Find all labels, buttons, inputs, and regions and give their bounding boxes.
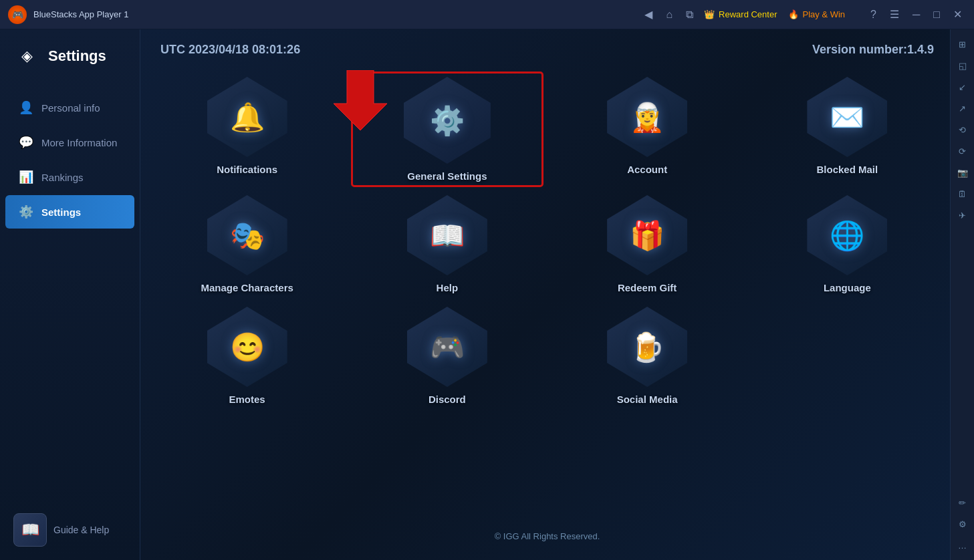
grid-item-account[interactable]: 🧝 Account (561, 77, 734, 182)
close-button[interactable]: ✕ (949, 7, 966, 22)
minimize-button[interactable]: ─ (908, 7, 924, 22)
grid-item-discord[interactable]: 🎮 Discord (360, 307, 533, 405)
notifications-diamond: 🔔 (207, 77, 287, 157)
discord-icon: 🎮 (430, 331, 465, 364)
help-icon: 📖 (430, 219, 465, 252)
grid-empty-cell (761, 307, 934, 405)
app-title: BlueStacks App Player 1 (33, 9, 634, 19)
manage-characters-diamond: 🎭 (207, 195, 287, 275)
grid-item-language[interactable]: 🌐 Language (761, 195, 934, 293)
back-button[interactable]: ◀ (640, 5, 656, 23)
window-controls: ? ☰ ─ □ ✕ (866, 7, 966, 22)
language-label: Language (824, 282, 871, 293)
grid-item-help[interactable]: 📖 Help (360, 195, 533, 293)
settings-grid: 🔔 Notifications ⚙️ General Settings (160, 77, 934, 405)
general-settings-label: General Settings (407, 170, 487, 182)
rt-btn-1[interactable]: ⊞ (953, 35, 972, 53)
grid-item-manage-characters[interactable]: 🎭 Manage Characters (160, 195, 334, 293)
rt-btn-4[interactable]: ↗ (953, 99, 972, 118)
rt-btn-8[interactable]: 🗓 (953, 184, 972, 203)
app-logo: 🎮 (8, 5, 27, 24)
blocked-mail-label: Blocked Mail (817, 164, 878, 175)
rt-btn-2[interactable]: ◱ (953, 56, 972, 75)
general-settings-icon: ⚙️ (430, 104, 465, 137)
grid-item-blocked-mail[interactable]: ✉️ Blocked Mail (761, 77, 934, 182)
account-label: Account (627, 164, 667, 175)
language-diamond: 🌐 (807, 195, 887, 275)
language-icon: 🌐 (830, 219, 864, 252)
top-bar: 🎮 BlueStacks App Player 1 ◀ ⌂ ⧉ 👑 Reward… (0, 0, 974, 29)
right-toolbar: ⊞ ◱ ↙ ↗ ⟲ ⟳ 📷 🗓 ✈ ✏ ⚙ … (950, 29, 974, 560)
social-media-icon: 🍺 (630, 331, 664, 364)
discord-diamond: 🎮 (407, 307, 487, 387)
rt-btn-gear[interactable]: ⚙ (953, 515, 972, 533)
rt-btn-more[interactable]: … (953, 536, 972, 555)
right-panel: ⊞ ◱ ↙ ↗ ⟲ ⟳ 📷 🗓 ✈ ✏ ⚙ … UTC 2023/04/18 0… (140, 29, 974, 560)
crown-icon: 👑 (704, 9, 715, 19)
rt-btn-5[interactable]: ⟲ (953, 120, 972, 139)
rt-btn-7[interactable]: 📷 (953, 163, 972, 182)
nav-controls: ◀ ⌂ ⧉ (640, 5, 697, 23)
emotes-diamond: 😊 (207, 307, 287, 387)
account-icon: 🧝 (630, 101, 664, 134)
redeem-gift-diamond: 🎁 (607, 195, 687, 275)
rankings-icon: 📊 (19, 170, 33, 184)
settings-logo-icon: ◈ (13, 43, 40, 69)
emotes-label: Emotes (229, 394, 265, 405)
top-bar-right: 👑 Reward Center 🔥 Play & Win ? ☰ ─ □ ✕ (704, 7, 966, 22)
notifications-icon: 🔔 (230, 101, 265, 134)
sidebar: ◈ Settings 👤 Personal info 💬 More Inform… (0, 29, 140, 560)
content-area: UTC 2023/04/18 08:01:26 Version number:1… (140, 29, 974, 560)
grid-item-redeem-gift[interactable]: 🎁 Redeem Gift (561, 195, 734, 293)
reward-center-button[interactable]: 👑 Reward Center (704, 9, 777, 19)
sidebar-item-more-information[interactable]: 💬 More Information (5, 126, 134, 159)
rt-btn-edit[interactable]: ✏ (953, 493, 972, 512)
main-layout: ◈ Settings 👤 Personal info 💬 More Inform… (0, 29, 974, 560)
blocked-mail-diamond: ✉️ (807, 77, 887, 157)
sidebar-item-settings[interactable]: ⚙️ Settings (5, 195, 134, 229)
help-label: Help (437, 282, 459, 293)
notifications-label: Notifications (217, 164, 277, 175)
multi-window-button[interactable]: ⧉ (682, 6, 697, 23)
blocked-mail-icon: ✉️ (830, 101, 864, 134)
more-info-icon: 💬 (19, 135, 33, 150)
manage-characters-label: Manage Characters (201, 282, 293, 293)
grid-item-social-media[interactable]: 🍺 Social Media (561, 307, 734, 405)
grid-item-notifications[interactable]: 🔔 Notifications (160, 77, 334, 182)
menu-button[interactable]: ☰ (886, 7, 903, 22)
emotes-icon: 😊 (230, 331, 265, 364)
manage-characters-icon: 🎭 (230, 219, 265, 252)
settings-icon: ⚙️ (19, 204, 33, 219)
rt-btn-3[interactable]: ↙ (953, 78, 972, 96)
redeem-gift-icon: 🎁 (630, 219, 664, 252)
guide-icon: 📖 (13, 513, 47, 547)
sidebar-items: 👤 Personal info 💬 More Information 📊 Ran… (0, 76, 140, 503)
redeem-gift-label: Redeem Gift (618, 282, 677, 293)
rt-btn-9[interactable]: ✈ (953, 206, 972, 225)
guide-help-button[interactable]: 📖 Guide & Help (0, 503, 140, 560)
account-diamond: 🧝 (607, 77, 687, 157)
datetime-display: UTC 2023/04/18 08:01:26 (160, 43, 300, 57)
grid-item-general-settings[interactable]: ⚙️ General Settings (360, 77, 533, 182)
grid-item-emotes[interactable]: 😊 Emotes (160, 307, 334, 405)
sidebar-item-personal-info[interactable]: 👤 Personal info (5, 91, 134, 124)
rt-btn-6[interactable]: ⟳ (953, 142, 972, 160)
home-button[interactable]: ⌂ (662, 6, 677, 23)
social-media-label: Social Media (617, 394, 678, 405)
version-display: Version number:1.4.9 (812, 43, 934, 57)
play-win-button[interactable]: 🔥 Play & Win (788, 9, 846, 19)
discord-label: Discord (429, 394, 466, 405)
sidebar-title: Settings (48, 47, 106, 65)
copyright-text: © IGG All Rights Reserved. (160, 523, 934, 547)
social-media-diamond: 🍺 (607, 307, 687, 387)
fire-icon: 🔥 (788, 9, 799, 19)
personal-info-icon: 👤 (19, 100, 33, 115)
help-diamond: 📖 (407, 195, 487, 275)
general-settings-diamond: ⚙️ (404, 77, 491, 164)
maximize-button[interactable]: □ (929, 7, 944, 22)
help-button[interactable]: ? (866, 7, 880, 22)
sidebar-header: ◈ Settings (0, 29, 140, 76)
sidebar-item-rankings[interactable]: 📊 Rankings (5, 160, 134, 194)
grid-wrapper: 🔔 Notifications ⚙️ General Settings (160, 77, 934, 523)
content-header: UTC 2023/04/18 08:01:26 Version number:1… (160, 43, 934, 57)
